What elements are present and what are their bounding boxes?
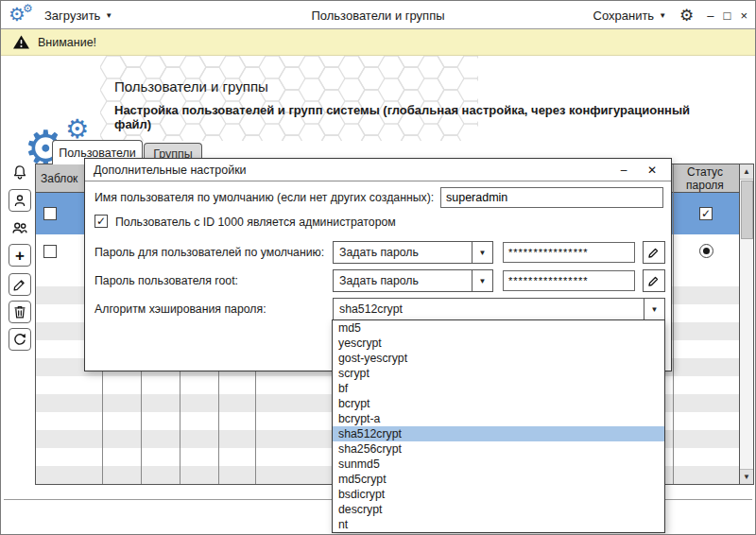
- dialog-title: Дополнительные настройки: [94, 164, 247, 177]
- edit-root-password-button[interactable]: [643, 269, 665, 292]
- pencil-icon: [646, 273, 662, 288]
- password-status-radio[interactable]: [699, 244, 713, 258]
- hash-option[interactable]: bf: [333, 381, 664, 396]
- page-header: ⚙ ⚙ ⚙ Пользователи и группы Настройка по…: [1, 56, 755, 141]
- hash-option[interactable]: yescrypt: [333, 336, 664, 351]
- dialog-titlebar[interactable]: Дополнительные настройки – ✕: [85, 159, 671, 181]
- default-password-input[interactable]: [503, 242, 635, 263]
- edit-default-password-button[interactable]: [643, 241, 665, 264]
- groups-button[interactable]: [9, 216, 31, 239]
- edit-user-button[interactable]: [9, 273, 31, 296]
- hash-option[interactable]: md5: [333, 320, 664, 336]
- hash-option[interactable]: gost-yescrypt: [333, 351, 664, 366]
- hash-option[interactable]: sha256crypt: [333, 441, 664, 457]
- warning-banner: Внимание!: [1, 29, 755, 56]
- pencil-icon: [10, 275, 29, 294]
- hash-option[interactable]: bcrypt: [333, 396, 664, 411]
- admin-id-checkbox[interactable]: ✓: [94, 215, 108, 228]
- default-password-mode-select[interactable]: Задать пароль ▼: [333, 241, 493, 264]
- settings-gear-icon[interactable]: ⚙: [679, 8, 694, 24]
- root-password-input[interactable]: [503, 270, 635, 291]
- hash-option[interactable]: md5crypt: [333, 472, 664, 487]
- chevron-down-icon: ▼: [472, 270, 492, 291]
- page-subtitle: Настройка пользователей и групп системы …: [114, 103, 719, 131]
- hash-option[interactable]: nt: [333, 517, 664, 532]
- hash-option-selected[interactable]: sha512crypt: [333, 426, 664, 441]
- save-menu-button[interactable]: Сохранить ▼: [593, 9, 667, 23]
- scroll-down-icon: ▼: [743, 473, 750, 481]
- scroll-down-button[interactable]: ▼: [740, 469, 753, 484]
- vertical-scrollbar[interactable]: ▲ ▼: [739, 164, 753, 484]
- password-status-checkbox[interactable]: ✓: [699, 207, 713, 220]
- default-user-label: Имя пользователя по умолчанию (если нет …: [94, 191, 434, 204]
- dialog-close-button[interactable]: ✕: [644, 163, 660, 178]
- scroll-up-icon: ▲: [743, 167, 750, 176]
- admin-id-label: Пользователь с ID 1000 является админист…: [115, 216, 396, 229]
- default-password-label: Пароль для пользователей по умолчанию:: [94, 246, 324, 259]
- column-divider: [673, 164, 674, 484]
- blocked-checkbox[interactable]: [43, 245, 57, 258]
- chevron-down-icon: ▼: [644, 299, 664, 319]
- users-group-icon: [9, 217, 30, 238]
- dialog-minimize-button[interactable]: –: [616, 163, 631, 178]
- pencil-icon: [646, 245, 662, 260]
- close-button[interactable]: ×: [740, 9, 747, 22]
- hash-option[interactable]: sunmd5: [333, 457, 664, 472]
- warning-triangle-icon: [12, 34, 30, 50]
- check-icon: ✓: [701, 208, 711, 219]
- default-user-input[interactable]: [440, 187, 663, 208]
- scrollbar-thumb[interactable]: [741, 181, 753, 239]
- refresh-button[interactable]: [9, 328, 31, 351]
- column-header-password-status: Статус пароля: [675, 166, 735, 193]
- warning-text: Внимание!: [38, 36, 96, 49]
- hash-algorithm-label: Алгоритм хэширования пароля:: [94, 302, 266, 316]
- root-password-mode-select[interactable]: Задать пароль ▼: [333, 269, 493, 292]
- hash-option[interactable]: descrypt: [333, 502, 664, 517]
- minimize-button[interactable]: –: [707, 9, 713, 22]
- notifications-bell-button[interactable]: [9, 162, 31, 184]
- hash-algorithm-select[interactable]: sha512crypt ▼: [333, 298, 665, 320]
- save-menu-label: Сохранить: [593, 9, 655, 23]
- user-icon: [10, 191, 29, 210]
- hash-option[interactable]: scrypt: [333, 366, 664, 381]
- check-icon: ✓: [96, 216, 106, 227]
- chevron-down-icon: ▼: [659, 11, 666, 20]
- page-title: Пользователи и группы: [114, 78, 268, 95]
- hash-algorithm-dropdown: md5 yescrypt gost-yescrypt scrypt bf bcr…: [332, 319, 665, 533]
- user-account-button[interactable]: [9, 189, 31, 212]
- hash-option[interactable]: bsdicrypt: [333, 487, 664, 502]
- scroll-up-button[interactable]: ▲: [740, 164, 753, 180]
- app-window: ⚙ ⚙ Загрузить ▼ Пользователи и группы Со…: [0, 0, 756, 535]
- add-user-button[interactable]: +: [9, 244, 31, 267]
- maximize-button[interactable]: □: [724, 9, 731, 22]
- bell-icon: [10, 164, 29, 182]
- blocked-checkbox[interactable]: [43, 207, 57, 220]
- plus-icon: +: [15, 248, 25, 264]
- refresh-icon: [10, 330, 29, 349]
- root-password-label: Пароль пользователя root:: [94, 274, 238, 287]
- gear-icon: ⚙: [65, 116, 89, 143]
- titlebar: ⚙ ⚙ Загрузить ▼ Пользователи и группы Со…: [1, 1, 755, 29]
- delete-user-button[interactable]: [9, 301, 31, 323]
- hash-option[interactable]: bcrypt-a: [333, 411, 664, 426]
- chevron-down-icon: ▼: [472, 242, 492, 263]
- trash-icon: [10, 302, 29, 321]
